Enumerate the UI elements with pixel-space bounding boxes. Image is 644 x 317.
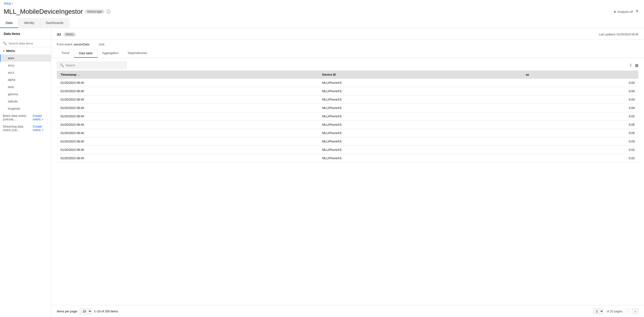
sidebar-item-beta[interactable]: beta [0, 83, 51, 90]
table-row: 01/20/2023 08:40 MLLiPhoneXS 0.05 [57, 129, 638, 137]
metric-section-header[interactable]: ∧ Metric [0, 47, 51, 54]
sidebar-title: Data items [0, 28, 51, 40]
cell-ax: 0.04 [522, 87, 638, 96]
table-row: 01/20/2023 08:40 MLLiPhoneXS 0.02 [57, 112, 638, 120]
search-icon: 🔍 [3, 42, 7, 45]
table-search-input[interactable] [66, 64, 124, 67]
download-icon[interactable]: ⇩ [629, 63, 632, 68]
table-row: 01/20/2023 08:40 MLLiPhoneXS 0.02 [57, 154, 638, 162]
table-area: 🔍 ⇩ ▦ Timestamp ↓ Device ID ax [51, 58, 644, 305]
sub-tab-data-table[interactable]: Data table [74, 49, 97, 58]
cell-timestamp: 01/20/2023 08:40 [57, 146, 318, 154]
filter-icon[interactable]: ▦ [635, 63, 638, 68]
cell-timestamp: 01/20/2023 08:40 [57, 104, 318, 112]
data-item-name: ax [57, 32, 61, 37]
metric-section: ∧ Metric accx accy accz alpha beta gamma… [0, 47, 51, 112]
cell-timestamp: 01/20/2023 08:40 [57, 120, 318, 129]
tab-data[interactable]: Data [0, 18, 18, 28]
cell-timestamp: 01/20/2023 08:40 [57, 137, 318, 146]
cell-ax: 0.02 [522, 154, 638, 162]
table-row: 01/20/2023 08:40 MLLiPhoneXS 0.03 [57, 137, 638, 146]
cell-ax: 0.03 [522, 137, 638, 146]
breadcrumb-separator: / [12, 2, 12, 5]
cell-device-id: MLLiPhoneXS [318, 154, 522, 162]
cell-timestamp: 01/20/2023 08:40 [57, 96, 318, 104]
batch-create-metric-link[interactable]: Create metric + [32, 114, 48, 121]
cell-device-id: MLLiPhoneXS [318, 96, 522, 104]
cell-timestamp: 01/20/2023 08:40 [57, 87, 318, 96]
cell-ax: 0.04 [522, 96, 638, 104]
table-row: 01/20/2023 08:40 MLLiPhoneXS 0.04 [57, 104, 638, 112]
items-range: 1–10 of 200 items [94, 310, 118, 313]
sidebar-search-bar: 🔍 [0, 40, 51, 47]
analysis-status: Analysis off [614, 10, 633, 14]
cell-ax: 0.02 [522, 112, 638, 120]
page-select[interactable]: 1 [593, 308, 604, 314]
sidebar-item-accz[interactable]: accz [0, 69, 51, 76]
cell-ax: 0.05 [522, 129, 638, 137]
sidebar-item-latitude[interactable]: latitude [0, 98, 51, 105]
table-search-bar: 🔍 [57, 62, 127, 69]
col-header-device-id: Device ID [318, 70, 522, 79]
items-per-page-select[interactable]: 10 20 50 [80, 308, 92, 314]
cell-timestamp: 01/20/2023 08:40 [57, 129, 318, 137]
cell-ax: 0.04 [522, 79, 638, 87]
table-row: 01/20/2023 08:40 MLLiPhoneXS 0.04 [57, 79, 638, 87]
sidebar-item-accx[interactable]: accx [0, 54, 51, 62]
page-nav: 1 of 20 pages ‹ › [593, 308, 638, 314]
col-header-timestamp[interactable]: Timestamp ↓ [57, 70, 318, 79]
metric-section-label: Metric [6, 49, 15, 52]
cell-device-id: MLLiPhoneXS [318, 87, 522, 96]
from-event-value: sensorData [74, 42, 89, 46]
items-per-page: Items per page: 10 20 50 1–10 of 200 ite… [57, 308, 118, 314]
cell-device-id: MLLiPhoneXS [318, 79, 522, 87]
table-toolbar-right: ⇩ ▦ [629, 63, 638, 68]
streaming-create-metric-link[interactable]: Create metric + [33, 125, 48, 132]
cell-timestamp: 01/20/2023 08:40 [57, 112, 318, 120]
analysis-dot [614, 11, 616, 13]
sidebar-item-alpha[interactable]: alpha [0, 76, 51, 83]
cell-device-id: MLLiPhoneXS [318, 104, 522, 112]
streaming-label: Streaming data metric (cal... [3, 125, 31, 132]
streaming-data-metric: Streaming data metric (cal... Create met… [0, 123, 51, 134]
data-item-title: ax Metric [57, 32, 76, 37]
unit-label: Unit: [98, 42, 105, 46]
last-updated: Last updated: 01/20/2023 08:40 [599, 33, 638, 36]
col-header-ax: ax [522, 70, 638, 79]
batch-data-metric: Batch data metric (calcula... Create met… [0, 112, 51, 123]
sub-tab-aggregation[interactable]: Aggregation [98, 49, 123, 58]
settings-icon[interactable]: ⚙ [636, 9, 640, 14]
breadcrumb-parent[interactable]: Setup [4, 2, 11, 5]
chevron-icon: ∧ [3, 50, 4, 52]
metric-type-badge: Metric [64, 32, 76, 36]
cell-device-id: MLLiPhoneXS [318, 120, 522, 129]
prev-page-button[interactable]: ‹ [625, 308, 631, 314]
sub-tab-dependencies[interactable]: Dependencies [123, 49, 152, 58]
page-title: MLL_MobileDeviceIngestor [4, 8, 83, 15]
page-header-left: MLL_MobileDeviceIngestor Device type i [4, 8, 110, 15]
from-event-label: From event: sensorData [57, 42, 89, 46]
sidebar-item-gamma[interactable]: gamma [0, 90, 51, 98]
search-input[interactable] [8, 42, 48, 45]
table-row: 01/20/2023 08:40 MLLiPhoneXS 0.05 [57, 120, 638, 129]
page-total: of 20 pages [606, 310, 622, 313]
table-search-icon: 🔍 [60, 63, 64, 67]
cell-device-id: MLLiPhoneXS [318, 137, 522, 146]
sub-tab-trend[interactable]: Trend [57, 49, 74, 58]
table-row: 01/20/2023 08:40 MLLiPhoneXS 0.01 [57, 146, 638, 154]
data-table: Timestamp ↓ Device ID ax 01/20/2023 08:4… [57, 70, 638, 162]
table-row: 01/20/2023 08:40 MLLiPhoneXS 0.04 [57, 87, 638, 96]
info-icon[interactable]: i [107, 10, 110, 14]
device-type-badge: Device type [85, 10, 104, 14]
cell-device-id: MLLiPhoneXS [318, 112, 522, 120]
items-per-page-label: Items per page: [57, 310, 78, 313]
cell-ax: 0.01 [522, 146, 638, 154]
cell-timestamp: 01/20/2023 08:40 [57, 79, 318, 87]
tab-dashboards[interactable]: Dashboards [40, 18, 70, 28]
next-page-button[interactable]: › [632, 308, 638, 314]
sidebar-item-longitude[interactable]: longitude [0, 105, 51, 112]
sidebar-item-accy[interactable]: accy [0, 62, 51, 69]
sub-tabs: Trend Data table Aggregation Dependencie… [51, 49, 644, 58]
tab-identity[interactable]: Identity [18, 18, 40, 28]
breadcrumb: Setup / [0, 0, 644, 7]
